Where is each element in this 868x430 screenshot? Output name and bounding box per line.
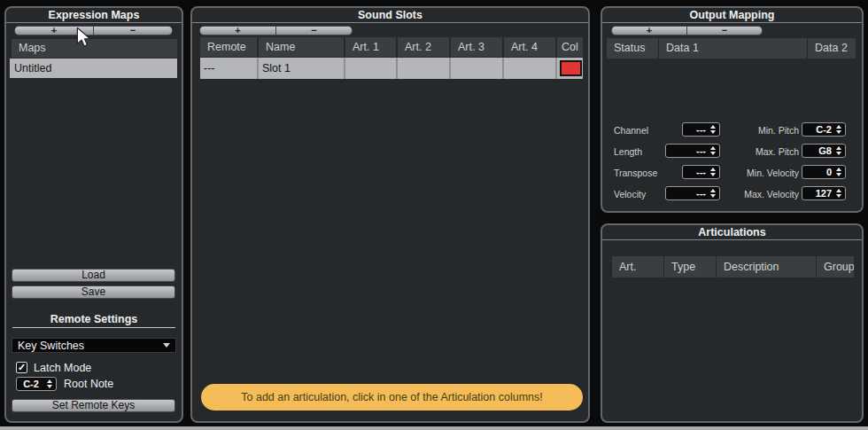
col-header-art3[interactable]: Art. 3 <box>451 37 502 57</box>
check-icon: ✓ <box>18 362 26 372</box>
min-pitch-spinner[interactable]: C-2 <box>802 122 846 137</box>
articulation-notice-text: To add an articulation, click in one of … <box>241 391 542 403</box>
slot-name-cell[interactable]: Slot 1 <box>259 58 344 79</box>
velocity-stepper[interactable] <box>709 189 719 198</box>
output-add-remove-bar: + − <box>611 26 763 35</box>
sound-slots-title: Sound Slots <box>192 8 588 23</box>
add-output-button[interactable]: + <box>612 27 686 35</box>
col-header-status[interactable]: Status <box>607 38 658 59</box>
col-header-col[interactable]: Col <box>557 37 583 57</box>
remove-slot-button[interactable]: − <box>275 27 352 35</box>
col-header-name[interactable]: Name <box>259 37 344 57</box>
col-header-data2[interactable]: Data 2 <box>808 38 856 59</box>
slot-art2-cell[interactable] <box>398 58 449 79</box>
spinner-up-icon[interactable] <box>836 189 841 192</box>
length-stepper[interactable] <box>709 146 719 155</box>
articulation-notice: To add an articulation, click in one of … <box>201 384 583 410</box>
spinner-up-icon[interactable] <box>836 146 841 150</box>
length-value: --- <box>666 145 709 156</box>
spinner-down-icon[interactable] <box>836 130 841 134</box>
channel-label: Channel <box>614 125 648 136</box>
min-pitch-label: Min. Pitch <box>726 125 799 136</box>
channel-spinner[interactable]: --- <box>682 122 720 137</box>
col-header-description[interactable]: Description <box>717 256 816 278</box>
transpose-spinner[interactable]: --- <box>682 165 720 179</box>
slot-art1-cell[interactable] <box>345 58 396 79</box>
sound-slots-panel: Sound Slots + − Remote Name Art. 1 Art. … <box>190 6 590 423</box>
col-header-group[interactable]: Group <box>817 256 854 278</box>
root-note-label: Root Note <box>64 378 113 390</box>
remote-mode-selected: Key Switches <box>18 340 84 352</box>
expression-maps-panel: Expression Maps + − Maps Untitled Load S… <box>4 6 183 423</box>
mouse-cursor-icon <box>76 27 91 47</box>
maps-list-header: Maps <box>12 39 177 58</box>
set-remote-keys-button[interactable]: Set Remote Keys <box>12 399 175 412</box>
min-velocity-stepper[interactable] <box>834 168 845 176</box>
save-button[interactable]: Save <box>12 285 175 299</box>
spinner-down-icon[interactable] <box>710 194 716 198</box>
remove-output-button[interactable]: − <box>686 27 762 35</box>
root-note-stepper[interactable] <box>45 379 56 388</box>
spinner-down-icon[interactable] <box>836 152 841 155</box>
col-header-art[interactable]: Art. <box>612 256 663 278</box>
col-header-art1[interactable]: Art. 1 <box>345 37 396 57</box>
spinner-down-icon[interactable] <box>836 173 841 176</box>
slot-art4-cell[interactable] <box>504 58 555 79</box>
spinner-down-icon[interactable] <box>710 130 716 134</box>
channel-value: --- <box>683 124 709 135</box>
spinner-up-icon[interactable] <box>710 189 716 192</box>
col-header-data1[interactable]: Data 1 <box>659 38 807 59</box>
spinner-up-icon[interactable] <box>836 168 841 171</box>
min-pitch-value: C-2 <box>802 124 834 135</box>
max-velocity-spinner[interactable]: 127 <box>802 186 846 200</box>
min-velocity-label: Min. Velocity <box>726 168 799 178</box>
min-velocity-value: 0 <box>802 167 834 177</box>
root-note-spinner[interactable]: C-2 <box>16 377 57 391</box>
velocity-label: Velocity <box>614 189 646 199</box>
spinner-down-icon[interactable] <box>710 152 716 155</box>
articulations-panel: Articulations Art. Type Description Grou… <box>601 223 864 423</box>
add-slot-button[interactable]: + <box>200 27 275 35</box>
remote-settings-heading: Remote Settings <box>6 313 182 325</box>
min-pitch-stepper[interactable] <box>834 125 845 134</box>
transpose-value: --- <box>683 167 709 177</box>
remote-mode-dropdown[interactable]: Key Switches <box>12 338 176 353</box>
expression-maps-title: Expression Maps <box>6 8 182 23</box>
slots-add-remove-bar: + − <box>199 26 353 35</box>
min-velocity-spinner[interactable]: 0 <box>802 165 846 179</box>
max-pitch-spinner[interactable]: G8 <box>802 144 846 158</box>
spinner-down-icon[interactable] <box>836 194 841 198</box>
col-header-art4[interactable]: Art. 4 <box>504 37 555 57</box>
spinner-up-icon[interactable] <box>836 125 841 129</box>
articulations-title: Articulations <box>602 225 862 240</box>
channel-stepper[interactable] <box>709 125 719 134</box>
latch-mode-checkbox[interactable]: ✓ <box>16 362 27 373</box>
map-list-item-untitled[interactable]: Untitled <box>10 59 177 78</box>
length-label: Length <box>614 146 642 157</box>
col-header-type[interactable]: Type <box>664 256 716 278</box>
spinner-down-icon[interactable] <box>710 173 716 176</box>
transpose-stepper[interactable] <box>709 168 719 176</box>
slot-color-swatch[interactable] <box>560 60 582 76</box>
col-header-art2[interactable]: Art. 2 <box>398 37 449 57</box>
latch-mode-label: Latch Mode <box>34 362 91 374</box>
max-pitch-stepper[interactable] <box>834 146 845 155</box>
max-pitch-label: Max. Pitch <box>726 146 799 157</box>
velocity-spinner[interactable]: --- <box>665 186 720 200</box>
window-bottom-edge <box>0 426 868 430</box>
max-velocity-label: Max. Velocity <box>726 189 799 199</box>
slot-remote-cell[interactable]: --- <box>200 58 257 79</box>
slot-art3-cell[interactable] <box>451 58 502 79</box>
spinner-down-icon[interactable] <box>47 385 52 388</box>
max-velocity-stepper[interactable] <box>834 189 845 198</box>
spinner-up-icon[interactable] <box>47 379 52 383</box>
spinner-up-icon[interactable] <box>710 168 716 171</box>
spinner-up-icon[interactable] <box>710 125 716 129</box>
load-button[interactable]: Load <box>12 269 175 282</box>
spinner-up-icon[interactable] <box>710 146 716 150</box>
transpose-label: Transpose <box>614 168 657 178</box>
length-spinner[interactable]: --- <box>665 144 720 158</box>
col-header-remote[interactable]: Remote <box>200 37 257 57</box>
max-pitch-value: G8 <box>802 145 834 156</box>
remove-map-button[interactable]: − <box>93 27 172 35</box>
